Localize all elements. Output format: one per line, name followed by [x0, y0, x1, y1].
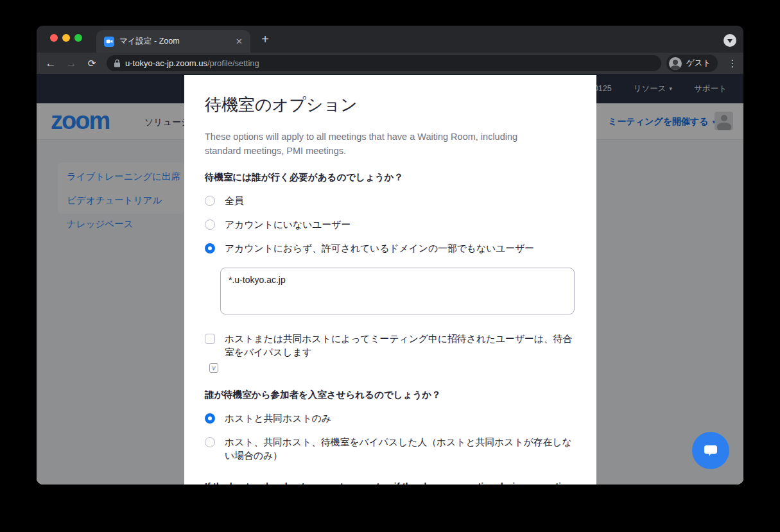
browser-menu-button[interactable]: ⋮	[725, 55, 740, 71]
radio-icon[interactable]	[205, 243, 215, 253]
radio-option-host-cohosts-bypassers[interactable]: ホスト、共同ホスト、待機室をバイパスした人（ホストと共同ホストが存在しない場合の…	[205, 436, 575, 463]
question-who-admits-participants: 誰が待機室から参加者を入室させられるのでしょうか？	[205, 389, 576, 401]
checkbox-icon[interactable]	[205, 334, 215, 344]
profile-guest-button[interactable]: ゲスト	[666, 55, 718, 72]
browser-window: マイ設定 - Zoom ✕ + ← → ⟳ u-tokyo-ac-jp.zoom…	[37, 26, 743, 485]
chevron-down-icon	[727, 39, 732, 43]
new-tab-button[interactable]: +	[257, 31, 273, 47]
guest-avatar-icon	[669, 57, 682, 70]
v-badge-icon: v	[209, 363, 218, 373]
radio-option-everyone[interactable]: 全員	[205, 194, 575, 208]
chat-widget-button[interactable]	[692, 432, 729, 469]
radio-option-users-not-in-account-or-domain[interactable]: アカウントにおらず、許可されているドメインの一部でもないユーザー	[205, 242, 575, 255]
browser-toolbar: ← → ⟳ u-tokyo-ac-jp.zoom.us/profile/sett…	[37, 53, 743, 74]
minimize-window-button[interactable]	[62, 34, 70, 42]
tab-title: マイ設定 - Zoom	[119, 36, 232, 47]
radio-label: 全員	[225, 194, 244, 208]
radio-option-host-cohosts-only[interactable]: ホストと共同ホストのみ	[205, 412, 575, 425]
radio-icon[interactable]	[205, 196, 215, 206]
radio-label: ホスト、共同ホスト、待機室をバイパスした人（ホストと共同ホストが存在しない場合の…	[225, 436, 575, 463]
radio-icon[interactable]	[205, 219, 215, 230]
address-bar[interactable]: u-tokyo-ac-jp.zoom.us/profile/setting	[107, 55, 661, 71]
url-text: u-tokyo-ac-jp.zoom.us/profile/setting	[125, 58, 259, 68]
radio-label: アカウントにいないユーザー	[225, 218, 351, 232]
dialog-description: These options will apply to all meetings…	[205, 130, 551, 158]
dialog-title: 待機室のオプション	[205, 94, 576, 116]
reload-button[interactable]: ⟳	[83, 53, 100, 74]
forward-button[interactable]: →	[63, 53, 80, 74]
radio-icon[interactable]	[205, 413, 215, 424]
close-tab-icon[interactable]: ✕	[236, 37, 243, 46]
checkbox-bypass-waiting-room[interactable]: ホストまたは共同ホストによってミーティング中に招待されたユーザーは、待合室をバイ…	[205, 332, 575, 359]
browser-dropdown-button[interactable]	[724, 34, 736, 47]
tab-bar: マイ設定 - Zoom ✕ +	[37, 26, 743, 53]
guest-label: ゲスト	[686, 58, 711, 69]
radio-label: アカウントにおらず、許可されているドメインの一部でもないユーザー	[225, 242, 534, 255]
zoom-favicon-icon	[104, 37, 114, 47]
waiting-room-options-dialog: 待機室のオプション These options will apply to al…	[184, 75, 596, 485]
close-window-button[interactable]	[50, 34, 58, 42]
question-who-goes-to-waiting-room: 待機室には誰が行く必要があるのでしょうか？	[205, 171, 576, 184]
lock-icon	[114, 59, 121, 67]
radio-option-users-not-in-account[interactable]: アカウントにいないユーザー	[205, 218, 575, 232]
chat-bubble-icon	[702, 443, 719, 458]
back-button[interactable]: ←	[42, 53, 59, 74]
checkbox-label: ホストまたは共同ホストによってミーティング中に招待されたユーザーは、待合室をバイ…	[225, 332, 575, 359]
host-absent-heading: If the host and co-hosts are not present…	[205, 481, 576, 485]
fullscreen-window-button[interactable]	[74, 34, 82, 42]
radio-icon[interactable]	[205, 437, 215, 447]
browser-tab[interactable]: マイ設定 - Zoom ✕	[96, 30, 250, 53]
radio-label: ホストと共同ホストのみ	[225, 412, 331, 425]
allowed-domains-textarea[interactable]: *.u-tokyo.ac.jp	[220, 268, 575, 314]
